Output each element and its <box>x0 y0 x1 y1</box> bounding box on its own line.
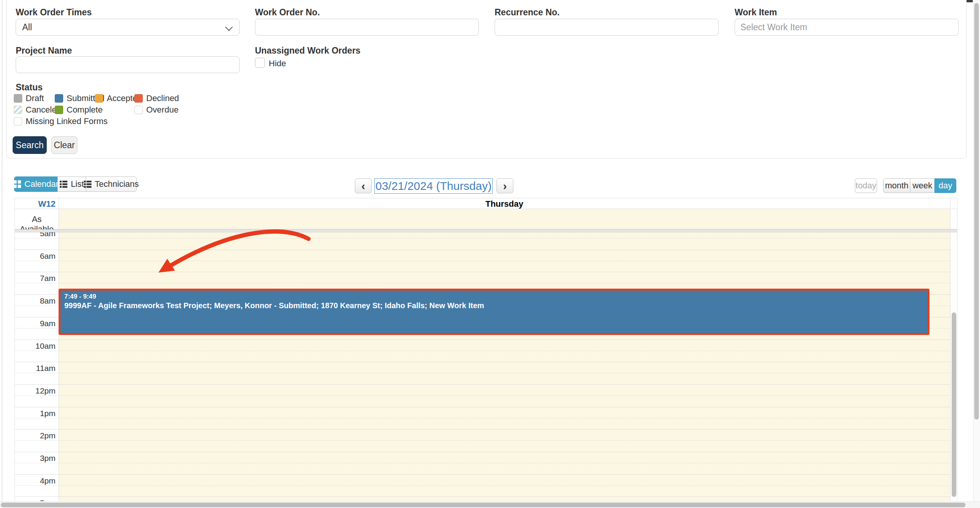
status-option-overdue[interactable]: Overdue <box>134 104 179 116</box>
declined-color-swatch <box>134 94 143 103</box>
page-left-border <box>2 0 2 501</box>
chevron-down-icon <box>225 23 233 31</box>
status-option-missing-linked-forms[interactable]: Missing Linked Forms <box>14 116 179 127</box>
half-hour-line <box>15 238 950 238</box>
status-option-draft[interactable]: Draft <box>14 93 55 104</box>
chevron-left-icon: ‹ <box>361 180 365 193</box>
project-name-label: Project Name <box>16 46 72 56</box>
half-hour-line <box>15 395 950 396</box>
half-hour-line <box>15 418 950 418</box>
date-title[interactable]: 03/21/2024 (Thursday) <box>374 178 493 194</box>
half-hour-line <box>15 373 950 373</box>
filter-panel: Work Order Times All Work Order No. Recu… <box>7 0 967 158</box>
time-label: 6am <box>15 252 56 261</box>
page-horizontal-scrollbar-thumb[interactable] <box>1 503 965 507</box>
half-hour-line <box>15 283 950 283</box>
recurrence-no-label: Recurrence No. <box>495 7 560 18</box>
submitted-color-swatch <box>55 94 63 103</box>
tab-technicians[interactable]: Technicians <box>86 176 137 192</box>
next-day-button[interactable]: › <box>497 178 513 193</box>
axis-column-separator <box>59 198 59 232</box>
status-option-complete[interactable]: Complete <box>55 104 95 116</box>
time-label: 8am <box>15 296 56 305</box>
missing-linked-forms-checkbox <box>14 117 22 126</box>
complete-color-swatch <box>55 106 63 114</box>
work-order-event[interactable]: 7:49 - 9:49 9999AF - Agile Frameworks Te… <box>59 289 929 335</box>
week-view-button[interactable]: week <box>910 178 935 193</box>
calendar-divider <box>15 229 957 232</box>
chevron-right-icon: › <box>503 180 507 193</box>
time-label: 4pm <box>15 476 56 485</box>
unassigned-work-orders-label: Unassigned Work Orders <box>255 46 361 56</box>
overdue-checkbox <box>134 106 143 114</box>
calendar-grid: W12 Thursday As Available 5am6am7am8am9a… <box>15 198 957 501</box>
work-item-input[interactable] <box>735 19 959 36</box>
work-item-label: Work Item <box>735 7 777 18</box>
half-hour-line <box>15 440 950 441</box>
hour-row: 1pm <box>15 407 950 430</box>
hour-row: 2pm <box>15 429 950 452</box>
status-option-submitted[interactable]: Submitted <box>55 93 95 104</box>
search-button[interactable]: Search <box>13 136 47 154</box>
status-label: Status <box>16 82 42 93</box>
time-grid-content: 5am6am7am8am9am10am11am12pm1pm2pm3pm4pm5… <box>15 232 957 501</box>
status-option-declined[interactable]: Declined <box>134 93 179 104</box>
list-icon <box>84 180 91 188</box>
time-label: 10am <box>15 341 56 351</box>
page-vertical-scrollbar-thumb[interactable] <box>974 3 979 420</box>
hour-row: 5pm <box>15 497 950 501</box>
canceled-color-swatch <box>14 106 22 114</box>
status-option-accepted[interactable]: Accepted <box>95 93 134 104</box>
list-icon <box>60 180 67 188</box>
time-label: 7am <box>15 274 56 283</box>
time-grid-viewport: 5am6am7am8am9am10am11am12pm1pm2pm3pm4pm5… <box>15 232 957 501</box>
work-order-times-select[interactable]: All <box>16 19 240 36</box>
event-time-range: 7:49 - 9:49 <box>64 292 924 301</box>
time-label: 5am <box>15 232 56 238</box>
day-column-header: Thursday <box>59 199 950 209</box>
event-title: 9999AF - Agile Frameworks Test Project; … <box>64 301 924 310</box>
draft-color-swatch <box>14 94 22 103</box>
work-order-times-value: All <box>22 22 32 33</box>
view-switcher: Calendar List Technicians <box>14 176 137 192</box>
hour-row: 11am <box>15 362 950 384</box>
hour-row: 3pm <box>15 452 950 474</box>
gutter-column-separator <box>950 232 951 501</box>
calendar-scrollbar-thumb[interactable] <box>952 312 956 497</box>
range-switcher: month week day <box>883 178 956 193</box>
accepted-color-swatch <box>95 94 103 103</box>
hour-row: 4pm <box>15 474 950 497</box>
work-order-times-label: Work Order Times <box>16 7 92 18</box>
time-label: 1pm <box>15 409 56 418</box>
time-label: 12pm <box>15 386 56 395</box>
month-view-button[interactable]: month <box>883 178 910 193</box>
gutter-column-separator <box>950 198 951 232</box>
recurrence-no-input[interactable] <box>495 19 719 36</box>
work-order-no-input[interactable] <box>255 19 479 36</box>
calendar-header-row: W12 Thursday <box>15 198 957 209</box>
time-label: 11am <box>15 364 56 373</box>
work-order-no-label: Work Order No. <box>255 7 320 18</box>
all-day-row: As Available <box>15 209 957 229</box>
today-button[interactable]: today <box>855 178 877 193</box>
time-label: 3pm <box>15 454 56 463</box>
hide-checkbox-label: Hide <box>269 59 286 69</box>
status-filter-group: Draft Submitted Accepted Declined Cancel… <box>14 93 179 127</box>
half-hour-line <box>15 485 950 486</box>
prev-day-button[interactable]: ‹ <box>355 178 372 193</box>
day-view-button[interactable]: day <box>934 178 956 193</box>
project-name-input[interactable] <box>16 56 240 73</box>
half-hour-line <box>15 261 950 261</box>
tab-calendar[interactable]: Calendar <box>14 176 58 192</box>
axis-column-separator <box>59 232 59 501</box>
all-day-slot[interactable] <box>59 209 950 229</box>
time-label: 9am <box>15 319 56 328</box>
clear-button[interactable]: Clear <box>51 136 77 154</box>
week-number-link[interactable]: W12 <box>15 199 56 209</box>
status-option-canceled[interactable]: Canceled <box>14 104 55 116</box>
hour-row: 6am <box>15 250 950 272</box>
tab-list[interactable]: List <box>57 176 86 192</box>
hide-checkbox[interactable] <box>255 58 265 68</box>
hour-row: 12pm <box>15 384 950 407</box>
grid-icon <box>13 180 21 188</box>
